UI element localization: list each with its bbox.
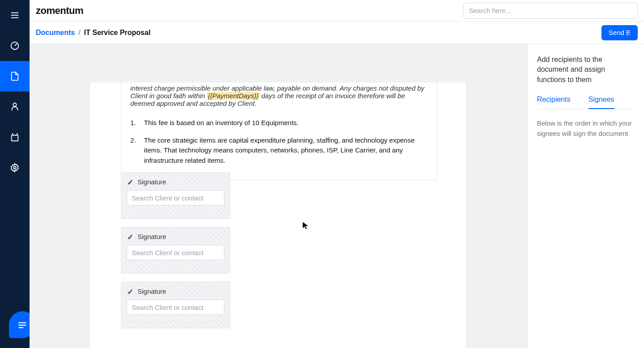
document-text-block[interactable]: interest charge permissible under applic… bbox=[121, 83, 437, 180]
signature-icon bbox=[127, 233, 134, 240]
logo: zomentum bbox=[36, 5, 83, 17]
sidebar-menu-toggle[interactable] bbox=[0, 0, 30, 30]
list-item-number: 1. bbox=[130, 118, 136, 128]
svg-point-6 bbox=[13, 166, 16, 169]
signature-header: Signature bbox=[127, 287, 224, 295]
signature-search-input[interactable] bbox=[127, 245, 224, 260]
signature-header: Signature bbox=[127, 233, 224, 240]
sidebar-item-dashboard[interactable] bbox=[0, 30, 30, 61]
sidebar-item-orders[interactable] bbox=[0, 122, 30, 152]
sidebar-item-contacts[interactable] bbox=[0, 91, 30, 122]
signature-label: Signature bbox=[137, 287, 166, 295]
gauge-icon bbox=[10, 41, 20, 51]
document-page: interest charge permissible under applic… bbox=[90, 83, 466, 348]
svg-rect-5 bbox=[12, 135, 18, 141]
svg-point-4 bbox=[13, 103, 16, 106]
breadcrumb-separator: / bbox=[78, 29, 80, 37]
breadcrumb-root[interactable]: Documents bbox=[36, 29, 75, 37]
merge-tag-paymentdays[interactable]: {{PaymentDays}} bbox=[207, 92, 259, 100]
list-item-body: The core strategic items are capital exp… bbox=[144, 135, 428, 166]
signature-header: Signature bbox=[127, 178, 224, 186]
global-search-input[interactable] bbox=[463, 3, 638, 19]
signature-label: Signature bbox=[137, 178, 166, 186]
document-canvas[interactable]: interest charge permissible under applic… bbox=[30, 44, 528, 348]
panel-tabs: Recipients Signees bbox=[537, 96, 635, 109]
breadcrumb: Documents / IT Service Proposal bbox=[36, 29, 150, 37]
panel-description: Add recipients to the document and assig… bbox=[537, 55, 635, 85]
list-item-body: This fee is based on an inventory of 10 … bbox=[144, 118, 428, 128]
sidebar-item-settings[interactable] bbox=[0, 152, 30, 183]
signature-search-input[interactable] bbox=[127, 300, 224, 315]
send-button[interactable]: Send E bbox=[601, 25, 638, 40]
list-item: 2. The core strategic items are capital … bbox=[130, 135, 428, 166]
subbar: Documents / IT Service Proposal Send E bbox=[30, 22, 644, 44]
bag-icon bbox=[10, 132, 20, 142]
signature-block-1[interactable]: Signature bbox=[121, 172, 230, 219]
signature-search-input[interactable] bbox=[127, 190, 224, 205]
sidebar-item-documents[interactable] bbox=[0, 61, 30, 91]
tab-recipients[interactable]: Recipients bbox=[537, 96, 571, 109]
signature-icon bbox=[127, 288, 134, 295]
signature-block-2[interactable]: Signature bbox=[121, 227, 230, 274]
signature-icon bbox=[127, 178, 134, 186]
right-panel: Add recipients to the document and assig… bbox=[528, 44, 644, 348]
tab-signees[interactable]: Signees bbox=[588, 96, 614, 109]
gear-icon bbox=[10, 163, 20, 173]
document-list: 1. This fee is based on an inventory of … bbox=[130, 118, 428, 165]
person-icon bbox=[10, 102, 20, 112]
hamburger-icon bbox=[10, 10, 20, 20]
signees-description: Below is the order in which your signees… bbox=[537, 118, 635, 139]
sidebar bbox=[0, 0, 30, 348]
signature-label: Signature bbox=[137, 233, 166, 240]
chat-icon bbox=[17, 319, 28, 331]
topbar: zomentum bbox=[30, 0, 644, 22]
signature-block-3[interactable]: Signature bbox=[121, 282, 230, 328]
list-item-number: 2. bbox=[130, 135, 136, 166]
list-item: 1. This fee is based on an inventory of … bbox=[130, 118, 428, 128]
document-icon bbox=[10, 71, 20, 81]
breadcrumb-current: IT Service Proposal bbox=[84, 29, 151, 37]
